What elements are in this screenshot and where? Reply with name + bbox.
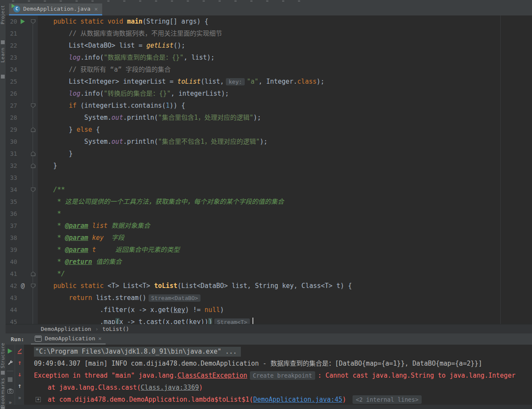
tab-demoapplication-java[interactable]: C DemoApplication.java × bbox=[9, 3, 102, 15]
wrench-icon bbox=[7, 360, 13, 366]
breadcrumb-method[interactable]: toList() bbox=[102, 326, 129, 332]
code-line-42[interactable]: 42@ public static <T> List<T> toList(Lis… bbox=[6, 280, 532, 292]
console-output[interactable]: "C:\Program Files\Java\jdk1.8.0_91\bin\j… bbox=[24, 345, 532, 405]
code-token: 值的集合 bbox=[92, 258, 122, 266]
code-line-35[interactable]: 35 * 这是公司提供的一个工具方法，获取集合中，每个对象的某个字段的值的集合 bbox=[6, 196, 532, 208]
code-line-34[interactable]: 34 /** bbox=[6, 184, 532, 196]
close-icon[interactable]: × bbox=[98, 336, 102, 341]
code-line-45[interactable]: 45 .map(x -> t.cast(x.get(key)))Stream<T… bbox=[6, 316, 532, 324]
code-token bbox=[38, 18, 53, 25]
code-text: * bbox=[38, 208, 532, 220]
clear-console-button[interactable] bbox=[16, 348, 23, 354]
fold-close-icon[interactable] bbox=[31, 272, 36, 276]
gutter-icon bbox=[17, 124, 28, 136]
code-line-28[interactable]: 28 System.out.println("集合里包含1，处理对应的逻辑"); bbox=[6, 112, 532, 124]
code-line-26[interactable]: 26 log.info("转换后的集合是：{}", integerList); bbox=[6, 88, 532, 100]
line-number: 23 bbox=[6, 52, 17, 64]
code-text: log.info("转换后的集合是：{}", integerList); bbox=[38, 88, 532, 100]
run-line-icon[interactable] bbox=[21, 19, 25, 24]
code-line-29[interactable]: 29 } else { bbox=[6, 124, 532, 136]
close-icon[interactable]: × bbox=[94, 6, 98, 12]
settings-wrench-button[interactable] bbox=[7, 359, 14, 366]
code-token: ); bbox=[253, 114, 261, 121]
fold-close-icon[interactable] bbox=[31, 164, 36, 168]
code-token: out bbox=[112, 114, 123, 121]
code-line-23[interactable]: 23 log.info("数据库查到的集合是：{}", list); bbox=[6, 52, 532, 64]
code-token: "数据库查到的集合是：{}" bbox=[104, 54, 184, 61]
code-token: , list); bbox=[184, 54, 215, 61]
breadcrumb-class[interactable]: DemoApplication bbox=[41, 326, 91, 332]
toolbar-divider bbox=[7, 371, 13, 371]
code-line-44[interactable]: 44 .filter(x -> x.get(key) != null) bbox=[6, 304, 532, 316]
code-editor[interactable]: 20 public static void main(String[] args… bbox=[6, 15, 532, 324]
code-line-41[interactable]: 41 */ bbox=[6, 268, 532, 280]
run-tab-demoapplication[interactable]: DemoApplication × bbox=[31, 333, 105, 345]
code-line-20[interactable]: 20 public static void main(String[] args… bbox=[6, 15, 532, 27]
stripe-structure-button[interactable]: Structure bbox=[0, 342, 6, 368]
gutter-icon bbox=[17, 52, 28, 64]
code-token: (list, bbox=[201, 78, 224, 85]
fold-close-icon[interactable] bbox=[31, 151, 36, 156]
code-token bbox=[38, 30, 69, 37]
thread-dump-button[interactable] bbox=[7, 388, 14, 394]
code-line-22[interactable]: 22 List<DataBO> list = getList(); bbox=[6, 39, 532, 52]
stop-button[interactable] bbox=[7, 376, 14, 383]
code-line-31[interactable]: 31 } bbox=[6, 148, 532, 160]
stripe-learn-button[interactable]: Learn bbox=[0, 47, 6, 63]
console-line: +at com.dijia478.demo.DemoApplication.la… bbox=[34, 394, 532, 405]
run-toolwindow-header: Run: DemoApplication × bbox=[6, 333, 532, 345]
window-top-strip bbox=[0, 0, 532, 3]
expand-fold-icon[interactable]: + bbox=[36, 397, 41, 402]
down-stack-trace-button[interactable]: ↓ bbox=[16, 371, 23, 378]
code-line-30[interactable]: 30 System.out.println("集合里不包含1，处理对应的逻辑")… bbox=[6, 136, 532, 148]
code-token: (List<DataBO> list, String key, Class<T>… bbox=[177, 282, 352, 290]
fold-open-icon[interactable] bbox=[31, 284, 36, 288]
code-text: * 这是公司提供的一个工具方法，获取集合中，每个对象的某个字段的值的集合 bbox=[38, 196, 532, 208]
fold-column bbox=[28, 136, 38, 148]
code-token: list.stream() bbox=[92, 294, 146, 302]
code-line-32[interactable]: 32 } bbox=[6, 160, 532, 172]
line-number: 30 bbox=[6, 136, 17, 148]
prev-occurrence-button[interactable]: ↑ bbox=[16, 382, 23, 389]
fold-column bbox=[28, 15, 38, 27]
code-text: * @param list 数据对象集合 bbox=[38, 220, 532, 232]
editor-tab-bar: C DemoApplication.java × bbox=[6, 3, 532, 15]
console-token: ) bbox=[199, 384, 203, 391]
code-line-39[interactable]: 39 * @param t 返回集合中元素的类型 bbox=[6, 244, 532, 256]
fold-close-icon[interactable] bbox=[31, 127, 36, 132]
code-line-25[interactable]: 25 List<Integer> integerList = toList(li… bbox=[6, 76, 532, 88]
console-line: 09:49:04.307 [main] INFO com.dijia478.de… bbox=[34, 357, 532, 370]
fold-open-icon[interactable] bbox=[31, 188, 36, 192]
code-line-27[interactable]: 27 if (integerList.contains(1)) { bbox=[6, 100, 532, 112]
code-line-36[interactable]: 36 * bbox=[6, 208, 532, 220]
code-line-21[interactable]: 21 // 从数据库查询数据列表，不用关注里面的实现细节 bbox=[6, 27, 532, 39]
gutter-icon bbox=[17, 76, 28, 88]
rerun-button[interactable] bbox=[7, 348, 14, 354]
stacktrace-link[interactable]: Class.java:3369 bbox=[141, 384, 199, 391]
code-token: , Integer. bbox=[258, 78, 297, 85]
more-options-icon[interactable]: » bbox=[16, 394, 23, 401]
code-line-24[interactable]: 24 // 获取所有 “a” 字段的值的集合 bbox=[6, 64, 532, 76]
code-text: .filter(x -> x.get(key) != null) bbox=[38, 304, 532, 316]
fold-column bbox=[28, 52, 38, 64]
code-line-33[interactable]: 33 bbox=[6, 172, 532, 184]
fold-column bbox=[28, 184, 38, 196]
code-line-38[interactable]: 38 * @param key 字段 bbox=[6, 232, 532, 244]
code-line-37[interactable]: 37 * @param list 数据对象集合 bbox=[6, 220, 532, 232]
fold-open-icon[interactable] bbox=[31, 103, 36, 108]
fold-column bbox=[28, 316, 38, 324]
fold-column bbox=[28, 124, 38, 136]
fold-open-icon[interactable] bbox=[31, 19, 36, 24]
stripe-project-button[interactable]: Project bbox=[0, 5, 6, 24]
stacktrace-link[interactable]: DemoApplication.java:45 bbox=[253, 396, 343, 403]
code-text: // 从数据库查询数据列表，不用关注里面的实现细节 bbox=[38, 27, 532, 39]
code-token: class bbox=[297, 78, 316, 85]
code-line-40[interactable]: 40 * @return 值的集合 bbox=[6, 256, 532, 268]
line-number: 41 bbox=[6, 268, 17, 280]
stripe-bookmarks-button[interactable]: Bookmarks bbox=[0, 378, 6, 408]
chevron-right-icon: › bbox=[95, 326, 98, 332]
up-stack-trace-button[interactable]: ↑ bbox=[16, 359, 23, 366]
code-token: null bbox=[204, 306, 220, 314]
code-token: toList bbox=[154, 282, 177, 290]
code-line-43[interactable]: 43 return list.stream()Stream<DataBO> bbox=[6, 292, 532, 304]
